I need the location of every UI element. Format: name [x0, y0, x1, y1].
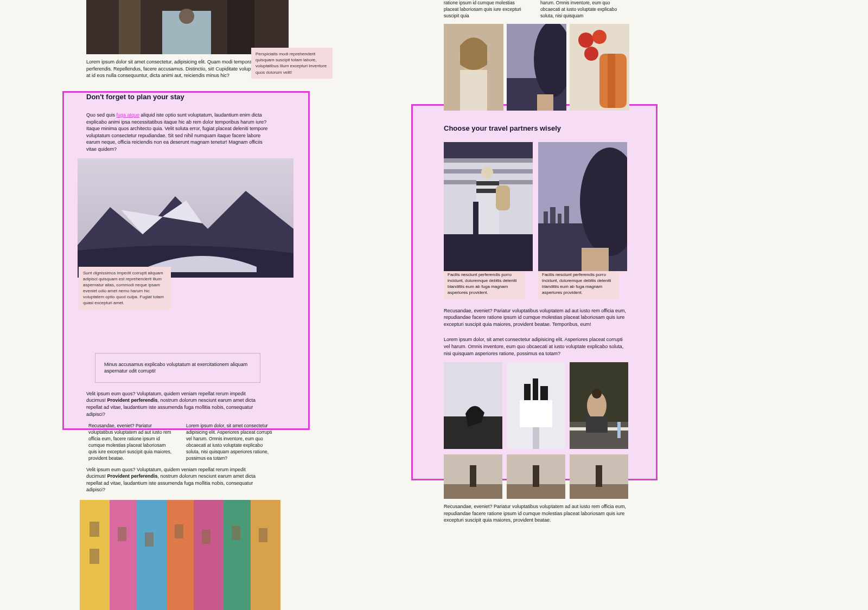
plan-link[interactable]: fuga atque: [117, 112, 140, 118]
svg-point-49: [481, 166, 493, 178]
svg-rect-12: [167, 500, 196, 610]
colorful-street-image: [80, 500, 280, 610]
right-tail-paragraph: Recusandae, eveniet? Pariatur voluptatib…: [444, 503, 628, 524]
mountain-caption: Sunt dignissimos impedit corrupti aliqua…: [79, 267, 171, 310]
svg-rect-22: [202, 530, 210, 544]
svg-rect-14: [224, 500, 253, 610]
dog-fog-image: [444, 362, 502, 449]
svg-rect-45: [476, 180, 499, 234]
right-top-two-col: ratione ipsum id cumque molestias placea…: [444, 0, 659, 20]
svg-point-4: [179, 9, 194, 24]
svg-rect-32: [537, 94, 553, 111]
svg-rect-23: [232, 526, 240, 540]
hero-street-image: [86, 0, 289, 54]
svg-rect-50: [473, 202, 478, 234]
svg-rect-46: [476, 181, 499, 185]
mountain-image: [78, 158, 293, 278]
choose-partners-heading: Choose your travel partners wisely: [444, 124, 659, 133]
para3-bold: Provident perferendis: [107, 473, 158, 479]
svg-rect-2: [227, 0, 254, 54]
svg-rect-63: [524, 384, 531, 400]
skater-image: [444, 142, 533, 271]
skater-caption: Facilis nesciunt perferendis porro incid…: [444, 269, 525, 299]
top-col-b: harum. Omnis inventore, eum quo obcaecat…: [540, 0, 627, 20]
svg-rect-48: [496, 185, 510, 210]
svg-rect-13: [194, 500, 226, 610]
thumb-vegetables: [570, 24, 629, 111]
svg-rect-76: [470, 465, 476, 487]
svg-rect-44: [444, 234, 533, 271]
svg-rect-11: [137, 500, 169, 610]
svg-rect-21: [175, 524, 183, 538]
quote-box: Minus accusamus explicabo voluptatum at …: [95, 353, 260, 383]
track-girl-image: [570, 362, 628, 449]
hero-caption: Perspiciatis modi reprehenderit quisquam…: [251, 48, 333, 79]
svg-rect-66: [533, 427, 539, 449]
plan-intro-suffix: aliquid iste optio sunt voluptatum, laud…: [86, 112, 267, 152]
desert-3: [570, 454, 628, 499]
svg-point-34: [578, 33, 593, 48]
svg-rect-71: [586, 416, 608, 433]
desert-2: [507, 454, 565, 499]
desert-1: [444, 454, 502, 499]
para2-bold: Provident perferendis: [107, 397, 158, 403]
svg-rect-41: [444, 158, 533, 163]
svg-point-72: [592, 389, 602, 399]
svg-rect-15: [251, 500, 280, 610]
camera-gear-image: [507, 362, 565, 449]
svg-point-35: [592, 30, 607, 44]
trio-image-row: [444, 362, 659, 449]
two-column-row: Recusandae, eveniet? Pariatur voluptatib…: [88, 423, 310, 461]
plan-intro-paragraph: Quo sed quis fuga atque aliquid iste opt…: [86, 112, 271, 153]
svg-rect-19: [118, 527, 126, 541]
triple-desert-row: [444, 454, 659, 499]
svg-rect-40: [444, 142, 533, 158]
thumb-city-dusk: [507, 24, 566, 111]
svg-rect-56: [550, 207, 556, 223]
svg-rect-18: [90, 549, 99, 564]
svg-rect-62: [520, 400, 552, 427]
right-para-1: Recusandae, eveniet? Pariatur voluptatib…: [444, 307, 628, 328]
left-para-2: Velit ipsum eum quos? Voluptatum, quidem…: [86, 390, 265, 418]
thumb-row-top: [444, 24, 659, 111]
svg-rect-10: [110, 500, 139, 610]
svg-rect-1: [119, 0, 141, 54]
pair-image-row: Facilis nesciunt perferendis porro incid…: [444, 142, 659, 299]
svg-rect-64: [533, 378, 538, 400]
svg-rect-73: [617, 422, 621, 438]
svg-rect-57: [558, 214, 561, 223]
svg-rect-47: [476, 189, 499, 193]
svg-rect-38: [608, 54, 615, 108]
two-col-b: Lorem ipsum dolor, sit amet consectetur …: [186, 423, 273, 461]
svg-rect-17: [90, 522, 99, 537]
top-col-a: ratione ipsum id cumque molestias placea…: [444, 0, 531, 20]
svg-rect-24: [259, 528, 267, 542]
two-col-a: Recusandae, eveniet? Pariatur voluptatib…: [88, 423, 175, 461]
svg-rect-58: [564, 206, 569, 223]
svg-rect-20: [145, 532, 154, 547]
city-dusk-caption: Facilis nesciunt perferendis porro incid…: [538, 269, 620, 299]
svg-rect-28: [460, 70, 487, 111]
svg-point-36: [584, 47, 598, 61]
left-para-3: Velit ipsum eum quos? Voluptatum, quidem…: [86, 466, 265, 493]
plan-intro-prefix: Quo sed quis: [86, 112, 117, 118]
hero-paragraph: Lorem ipsum dolor sit amet consectetur, …: [86, 59, 265, 79]
svg-rect-55: [544, 211, 548, 223]
svg-rect-79: [533, 465, 539, 487]
right-para-2: Lorem ipsum dolor, sit amet consectetur …: [444, 336, 628, 357]
svg-rect-65: [540, 386, 548, 400]
plan-stay-heading: Don't forget to plan your stay: [86, 92, 310, 102]
svg-rect-82: [596, 465, 602, 487]
city-dusk-image: [538, 142, 627, 271]
thumb-portrait-woman: [444, 24, 503, 111]
svg-rect-54: [582, 248, 609, 271]
